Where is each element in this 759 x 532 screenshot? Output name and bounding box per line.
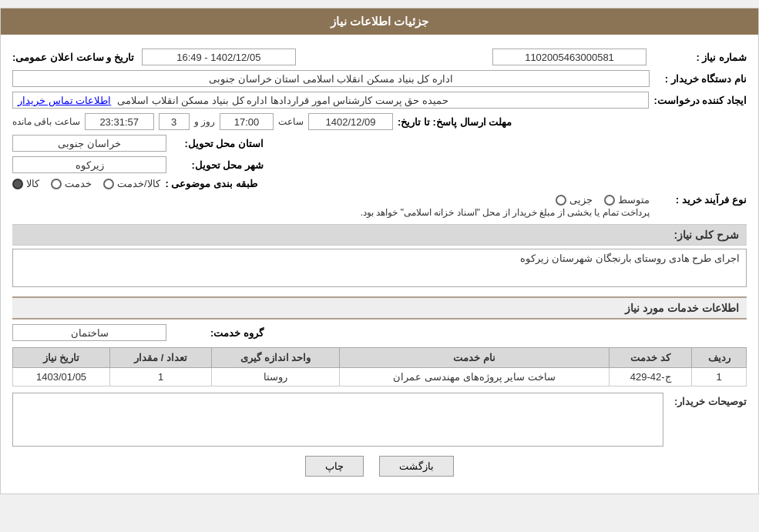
tabaqe-kala-khedmat-label: کالا/خدمت xyxy=(117,178,160,189)
farvanad-motavaset-label: متوسط xyxy=(618,194,650,206)
col-vahed: واحد اندازه گیری xyxy=(212,348,340,368)
ijad-konande-value: حمیده حق پرست کارشناس امور قراردادها ادا… xyxy=(12,92,649,109)
cell-tedad: 1 xyxy=(110,368,212,386)
nam-daststgah-label: نام دستگاه خریدار : xyxy=(654,73,747,85)
notes-textarea[interactable] xyxy=(12,393,663,447)
services-title: اطلاعات خدمات مورد نیاز xyxy=(12,296,747,320)
back-button[interactable]: بازگشت xyxy=(379,456,454,477)
ijad-konande-label: ایجاد کننده درخواست: xyxy=(653,95,747,106)
cell-kod: ج-42-429 xyxy=(609,368,691,386)
tabaqe-options: کالا/خدمت خدمت کالا xyxy=(12,178,160,189)
tabaqe-option-kala-khedmat[interactable]: کالا/خدمت xyxy=(103,178,160,189)
table-row: 1 ج-42-429 ساخت سایر پروژه‌های مهندسی عم… xyxy=(13,368,747,386)
farvanad-note: پرداخت تمام یا بخشی از مبلغ خریدار از مح… xyxy=(12,207,650,218)
farvanad-jozi-label: جزیی xyxy=(569,194,593,206)
saat-label: ساعت xyxy=(278,116,304,127)
farvanad-jozi-radio[interactable] xyxy=(556,195,566,206)
cell-tarikh: 1403/01/05 xyxy=(13,368,110,386)
baqi-label: ساعت باقی مانده xyxy=(12,116,80,127)
date-value: 1402/12/09 xyxy=(308,113,393,130)
print-button[interactable]: چاپ xyxy=(305,456,364,477)
cell-nam: ساخت سایر پروژه‌های مهندسی عمران xyxy=(340,368,610,386)
page-title: جزئیات اطلاعات نیاز xyxy=(1,8,758,35)
tabaqe-option-kala[interactable]: کالا xyxy=(12,178,39,189)
tabaqe-khedmat-label: خدمت xyxy=(65,178,92,189)
tabaqe-kala-label: کالا xyxy=(26,178,39,189)
rooz-label: روز و xyxy=(194,116,215,127)
shomara-niaz-value: 1102005463000581 xyxy=(492,49,646,65)
rooz-value: 3 xyxy=(159,113,190,130)
farvanad-motavaset-radio[interactable] xyxy=(604,195,615,206)
mohlet-label: مهلت ارسال پاسخ: تا تاریخ: xyxy=(398,116,512,128)
ostan-label: استان محل تحویل: xyxy=(171,138,264,149)
col-radif: ردیف xyxy=(692,348,747,368)
col-kod: کد خدمت xyxy=(609,348,691,368)
button-row: بازگشت چاپ xyxy=(12,456,747,477)
tabaqe-label: طبقه بندی موضوعی : xyxy=(165,178,257,189)
col-nam: نام خدمت xyxy=(340,348,610,368)
farvanad-label: نوع فرآیند خرید : xyxy=(654,194,747,206)
notes-label: توصیحات خریدار: xyxy=(670,393,747,407)
col-tedad: تعداد / مقدار xyxy=(110,348,212,368)
farvanad-options: متوسط جزیی xyxy=(12,194,650,206)
nam-daststgah-value: اداره کل بنیاد مسکن انقلاب اسلامی استان … xyxy=(12,70,650,87)
notes-section: توصیحات خریدار: xyxy=(12,393,747,447)
cell-radif: 1 xyxy=(692,368,747,386)
sharh-value: اجرای طرح هادی روستای بارنجگان شهرستان ز… xyxy=(12,249,747,287)
ostan-value: خراسان جنوبی xyxy=(12,135,166,152)
ettelaat-tamas-link[interactable]: اطلاعات تماس خریدار xyxy=(18,95,111,106)
saat-value: 17:00 xyxy=(220,113,274,130)
sharh-section-title: شرح کلی نیاز: xyxy=(12,224,747,246)
tabaqe-kala-khedmat-radio[interactable] xyxy=(103,179,114,189)
tabaqe-kala-radio[interactable] xyxy=(12,179,23,189)
tarikh-ilan-value: 1402/12/05 - 16:49 xyxy=(142,49,296,65)
tabaqe-option-khedmat[interactable]: خدمت xyxy=(51,178,92,189)
shahr-value: زیرکوه xyxy=(12,156,166,173)
countdown-value: 23:31:57 xyxy=(85,113,154,130)
shomara-niaz-label: شماره نیاز : xyxy=(654,52,747,63)
tarikh-ilan-label: تاریخ و ساعت اعلان عمومی: xyxy=(12,52,134,63)
col-tarikh: تاریخ نیاز xyxy=(13,348,110,368)
group-service-value: ساختمان xyxy=(12,324,166,341)
cell-vahed: روستا xyxy=(212,368,340,386)
farvanad-option-motavaset[interactable]: متوسط xyxy=(604,194,650,206)
group-service-label: گروه خدمت: xyxy=(171,327,264,339)
tabaqe-khedmat-radio[interactable] xyxy=(51,179,62,189)
shahr-label: شهر محل تحویل: xyxy=(171,159,264,171)
services-table: ردیف کد خدمت نام خدمت واحد اندازه گیری ت… xyxy=(12,347,747,386)
farvanad-option-jozi[interactable]: جزیی xyxy=(556,194,593,206)
